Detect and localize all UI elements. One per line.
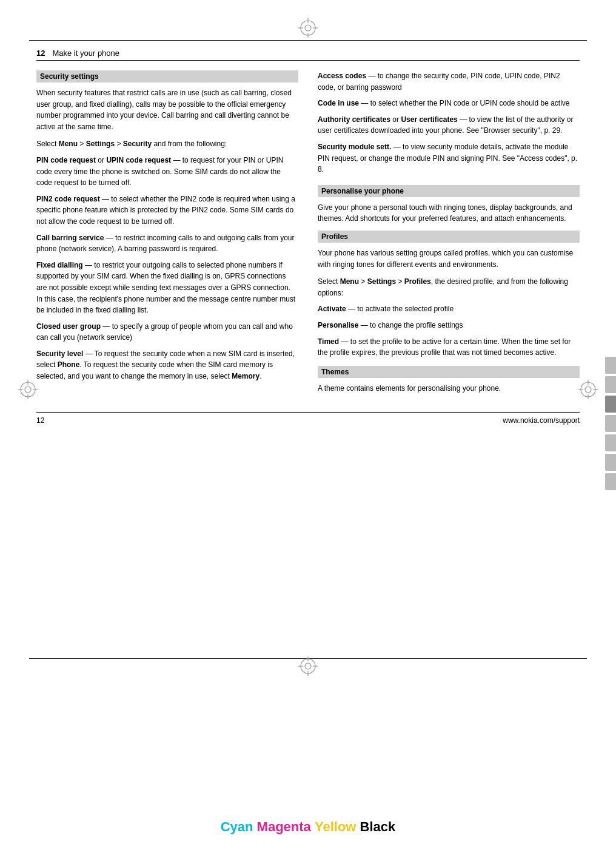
activate-term: Activate [318,305,346,313]
user-certs-term: User certificates [401,115,457,124]
upin-code-term: UPIN code request [106,156,171,164]
pin-code-entry: PIN code request or UPIN code request — … [36,155,298,189]
left-column: Security settings When security features… [36,70,298,400]
side-tab-7 [605,473,616,490]
menu-bold: Menu [59,140,78,148]
page-footer: 12 www.nokia.com/support [36,412,580,425]
side-tab-1 [605,357,616,374]
page-title: Make it your phone [52,49,119,58]
cmyk-black: Black [360,819,396,835]
phone-bold: Phone [58,360,80,369]
authority-certs-entry: Authority certificates or User certifica… [318,114,580,137]
code-in-use-entry: Code in use — to select whether the PIN … [318,98,580,109]
right-column: Access codes — to change the security co… [318,70,580,400]
profiles-bold: Profiles [404,277,431,286]
themes-section: Themes A theme contains elements for per… [318,366,580,394]
authority-certs-or: or [390,115,401,124]
security-bold: Security [123,140,152,148]
footer-url: www.nokia.com/support [503,416,580,425]
cmyk-bar: Cyan Magenta Yellow Black [221,819,396,835]
call-barring-entry: Call barring service — to restrict incom… [36,232,298,255]
two-col-layout: Security settings When security features… [36,70,580,400]
activate-entry: Activate — to activate the selected prof… [318,303,580,315]
security-level-term: Security level [36,349,83,358]
access-codes-term: Access codes [318,72,366,80]
personalise-text: Give your phone a personal touch with ri… [318,202,580,224]
crosshair-bottom [297,655,319,677]
crosshair-left [17,379,39,400]
right-top-entries: Access codes — to change the security co… [318,70,580,175]
closed-user-group-term: Closed user group [36,322,101,331]
pin2-code-entry: PIN2 code request — to select whether th… [36,194,298,228]
svg-point-13 [585,386,591,393]
side-tab-3 [605,396,616,413]
authority-certs-term: Authority certificates [318,115,390,124]
security-module-term: Security module sett. [318,143,391,151]
side-tabs [605,357,616,490]
timed-entry: Timed — to set the profile to be active … [318,336,580,359]
profiles-settings-bold: Settings [367,277,396,286]
side-tab-4 [605,415,616,432]
profile-entries-list: Activate — to activate the selected prof… [318,303,580,358]
page-container: 12 Make it your phone Security settings … [0,0,616,847]
timed-term: Timed [318,337,339,346]
page-number: 12 [36,49,45,58]
profiles-menu-bold: Menu [340,277,359,286]
svg-point-1 [305,25,311,31]
security-select-text: Select Menu > Settings > Security and fr… [36,138,298,150]
footer-page-number: 12 [36,416,44,425]
cmyk-magenta: Magenta [257,819,311,835]
personalise-section: Personalise your phone Give your phone a… [318,185,580,224]
memory-bold: Memory [232,372,259,380]
profiles-select-text: Select Menu > Settings > Profiles, the d… [318,276,580,299]
settings-bold: Settings [86,140,115,148]
personalise-para: Give your phone a personal touch with ri… [318,202,580,224]
call-barring-term: Call barring service [36,234,104,242]
crosshair-right [577,379,599,400]
fixed-dialling-entry: Fixed dialling — to restrict your outgoi… [36,260,298,316]
fixed-dialling-term: Fixed dialling [36,261,83,269]
cmyk-cyan: Cyan [221,819,253,835]
security-settings-header: Security settings [36,70,298,83]
svg-point-19 [305,663,311,669]
access-codes-entry: Access codes — to change the security co… [318,70,580,93]
side-tab-5 [605,434,616,451]
security-intro-para: When security features that restrict cal… [36,87,298,132]
crosshair-top [297,17,319,39]
pin-code-term: PIN code request [36,156,96,164]
main-content: 12 Make it your phone Security settings … [36,49,580,425]
personalise-profile-term: Personalise [318,321,358,329]
top-border-line [29,40,587,41]
personalise-profile-entry: Personalise — to change the profile sett… [318,320,580,331]
security-entries-list: PIN code request or UPIN code request — … [36,155,298,382]
page-header: 12 Make it your phone [36,49,580,61]
themes-para: A theme contains elements for personalis… [318,383,580,394]
profiles-header: Profiles [318,231,580,243]
themes-header: Themes [318,366,580,378]
cmyk-yellow: Yellow [315,819,356,835]
closed-user-group-entry: Closed user group — to specify a group o… [36,321,298,343]
security-module-entry: Security module sett. — to view security… [318,141,580,175]
profiles-intro-para: Your phone has various setting groups ca… [318,248,580,270]
side-tab-6 [605,454,616,471]
personalise-header: Personalise your phone [318,185,580,197]
security-level-entry: Security level — To request the security… [36,348,298,382]
svg-point-7 [25,386,31,393]
code-in-use-text: — to select whether the PIN code or UPIN… [359,99,570,107]
profiles-section: Profiles Your phone has various setting … [318,231,580,359]
code-in-use-term: Code in use [318,99,359,107]
profiles-intro: Your phone has various setting groups ca… [318,248,580,270]
themes-text: A theme contains elements for personalis… [318,383,580,394]
security-intro: When security features that restrict cal… [36,87,298,132]
side-tab-2 [605,376,616,393]
pin2-code-term: PIN2 code request [36,195,100,203]
